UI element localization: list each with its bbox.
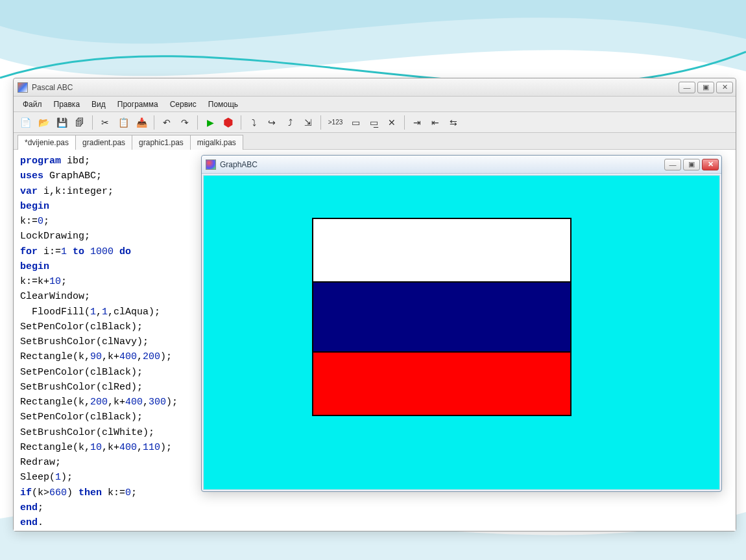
code-token: , (96, 307, 102, 318)
code-token: 1000 (90, 246, 114, 257)
graphabc-window: GraphABC — ▣ ✕ (201, 155, 722, 492)
main-titlebar[interactable]: Pascal ABC — ▣ ✕ (14, 78, 736, 97)
minimize-button[interactable]: — (679, 82, 695, 93)
code-token: uses (20, 170, 49, 181)
app-icon (18, 82, 28, 93)
navy-stripe (312, 281, 572, 353)
code-token: Rectangle(k, (20, 351, 90, 362)
maximize-button[interactable]: ▣ (697, 82, 714, 93)
toolbar-button[interactable]: 🗐 (72, 115, 88, 130)
code-token: SetBrushColor(clWhite); (20, 427, 154, 438)
toolbar-separator (404, 115, 405, 130)
toolbar: 📄📂💾🗐✂📋📥↶↷▶⬢⤵↪⤴⇲>123▭▭̲✕⇥⇤⇆ (14, 112, 736, 133)
file-tab[interactable]: gradient.pas (75, 135, 132, 150)
toolbar-separator (154, 115, 154, 130)
window-title: Pascal ABC (32, 83, 73, 92)
code-token: 1 (90, 307, 96, 318)
code-token: GraphABC; (49, 170, 102, 181)
code-token: 200 (143, 351, 160, 362)
menu-item[interactable]: Сервис (165, 98, 202, 111)
code-token: , (137, 442, 143, 453)
editor-area: program ibd; uses GraphABC; var i,k:inte… (14, 150, 736, 531)
graphabc-title: GraphABC (220, 160, 258, 169)
toolbar-button[interactable]: ⇥ (409, 115, 425, 130)
code-token: 300 (149, 397, 166, 408)
toolbar-button[interactable]: ↶ (159, 115, 174, 130)
code-token: 400 (119, 442, 137, 453)
toolbar-button[interactable]: ⤴ (282, 115, 298, 130)
code-token: 1 (102, 307, 108, 318)
code-token: to (67, 246, 90, 257)
toolbar-button[interactable]: ⇲ (300, 115, 316, 130)
toolbar-button[interactable]: 📋 (115, 115, 131, 130)
toolbar-separator (92, 115, 93, 130)
code-token: , (137, 351, 143, 362)
toolbar-button[interactable]: ↷ (177, 115, 193, 130)
menu-item[interactable]: Правка (49, 98, 86, 111)
code-editor[interactable]: program ibd; uses GraphABC; var i,k:inte… (14, 150, 195, 531)
code-token: end (20, 517, 38, 528)
toolbar-button[interactable]: ▭̲ (366, 115, 381, 130)
code-token: for (20, 246, 43, 257)
toolbar-button[interactable]: ✕ (384, 115, 400, 130)
graphabc-maximize-button[interactable]: ▣ (683, 159, 700, 170)
file-tab[interactable]: migalki.pas (190, 135, 243, 150)
toolbar-button[interactable]: ⤵ (246, 115, 261, 130)
code-token: , (143, 397, 149, 408)
code-token: ,k+ (102, 351, 119, 362)
menu-bar: ФайлПравкаВидПрограммаСервисПомощь (14, 97, 736, 112)
toolbar-button[interactable]: ⇆ (446, 115, 461, 130)
code-token: ); (160, 442, 172, 453)
toolbar-separator (197, 115, 198, 130)
code-token: ); (61, 472, 73, 483)
graphabc-titlebar[interactable]: GraphABC — ▣ ✕ (202, 156, 721, 174)
graphabc-canvas (203, 175, 720, 490)
code-token: Rectangle(k, (20, 442, 90, 453)
toolbar-button[interactable]: ⬢ (221, 115, 236, 130)
code-token: begin (20, 261, 49, 272)
file-tab[interactable]: graphic1.pas (132, 135, 191, 150)
code-token: 1 (61, 246, 67, 257)
red-stripe (312, 351, 572, 416)
code-token: ,k+ (108, 397, 125, 408)
code-token: ; (61, 276, 67, 287)
graphabc-minimize-button[interactable]: — (664, 159, 681, 170)
file-tab[interactable]: *dvijenie.pas (18, 135, 76, 150)
graphabc-close-button[interactable]: ✕ (702, 159, 719, 170)
menu-item[interactable]: Вид (86, 98, 111, 111)
toolbar-button[interactable]: 📂 (36, 115, 51, 130)
code-token: 110 (143, 442, 160, 453)
code-token: program (20, 156, 67, 167)
code-token: k:= (108, 487, 125, 498)
code-token: if (20, 487, 32, 498)
code-token: ; (43, 216, 49, 227)
code-token: ); (160, 351, 172, 362)
toolbar-button[interactable]: 📥 (134, 115, 149, 130)
code-token: Rectangle(k, (20, 397, 90, 408)
toolbar-button[interactable]: >123 (326, 115, 345, 130)
menu-item[interactable]: Файл (18, 98, 47, 111)
toolbar-button[interactable]: ↪ (264, 115, 280, 130)
code-token: SetPenColor(clBlack); (20, 321, 143, 332)
toolbar-button[interactable]: ✂ (97, 115, 113, 130)
code-token: 10 (49, 276, 61, 287)
code-token: ,k+ (102, 442, 119, 453)
code-token: ; (131, 487, 137, 498)
code-token: end (20, 502, 38, 513)
toolbar-button[interactable]: ▭ (348, 115, 363, 130)
code-token: SetBrushColor(clNavy); (20, 336, 149, 347)
menu-item[interactable]: Программа (112, 98, 163, 111)
code-token: do (114, 246, 131, 257)
toolbar-separator (320, 115, 321, 130)
code-token: ,clAqua); (108, 307, 160, 318)
toolbar-button[interactable]: ▶ (202, 115, 218, 130)
code-token: ibd; (67, 156, 90, 167)
code-token: SetBrushColor(clRed); (20, 382, 143, 393)
toolbar-separator (241, 115, 241, 130)
toolbar-button[interactable]: ⇤ (427, 115, 443, 130)
toolbar-button[interactable]: 💾 (54, 115, 69, 130)
menu-item[interactable]: Помощь (203, 98, 243, 111)
code-token: LockDrawing; (20, 231, 90, 242)
close-button[interactable]: ✕ (716, 82, 733, 93)
toolbar-button[interactable]: 📄 (18, 115, 33, 130)
